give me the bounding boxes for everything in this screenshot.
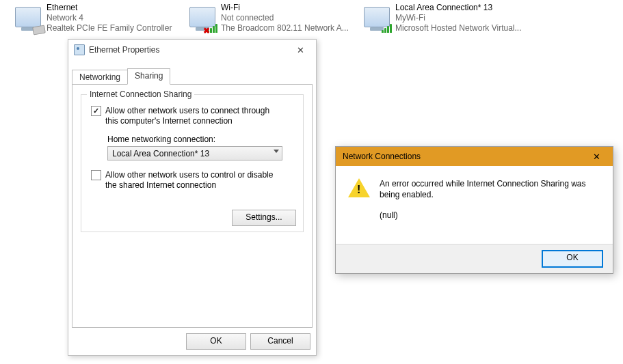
net-device: The Broadcom 802.11 Network A... [221,23,349,33]
close-icon[interactable]: ✕ [583,150,610,163]
net-status: Network 4 [47,13,172,23]
dialog-titlebar[interactable]: Ethernet Properties ✕ [68,40,316,60]
network-item-local-area[interactable]: Local Area Connection* 13 MyWi-Fi Micros… [362,3,522,33]
dialog-footer: OK Cancel [68,328,316,355]
net-status: Not connected [221,13,349,23]
chevron-down-icon [274,150,279,153]
home-network-label: Home networking connection: [107,135,215,144]
error-body: An error occurred while Internet Connect… [336,166,613,244]
ethernet-icon [14,3,42,31]
net-name: Ethernet [47,3,172,13]
group-title: Internet Connection Sharing [87,89,194,99]
error-message: An error occurred while Internet Connect… [380,179,586,199]
home-network-combo[interactable]: Local Area Connection* 13 [107,146,282,160]
net-name: Local Area Connection* 13 [395,3,522,13]
combo-value: Local Area Connection* 13 [112,149,209,158]
network-item-wifi[interactable]: Wi-Fi Not connected The Broadcom 802.11 … [188,3,349,33]
allow-control-checkbox[interactable]: Allow other network users to control or … [91,170,283,191]
checkbox-icon [91,170,101,180]
error-titlebar[interactable]: Network Connections ✕ [336,147,613,167]
allow-connect-checkbox[interactable]: Allow other network users to connect thr… [91,106,283,126]
checkbox-label: Allow other network users to connect thr… [105,106,283,126]
sharing-group: Internet Connection Sharing Allow other … [81,94,304,232]
tab-networking[interactable]: Networking [72,70,128,85]
error-footer: OK [336,244,613,273]
net-device: Realtek PCIe FE Family Controller [47,23,172,33]
error-detail: (null) [380,210,600,221]
ok-button[interactable]: OK [186,333,246,350]
ok-button[interactable]: OK [542,250,603,268]
adapter-icon [74,44,85,55]
net-device: Microsoft Hosted Network Virtual... [395,23,522,33]
ethernet-properties-dialog: Ethernet Properties ✕ Networking Sharing… [68,39,317,356]
wifi-icon [188,3,217,31]
error-title: Network Connections [343,152,583,161]
cancel-button[interactable]: Cancel [250,333,310,350]
tabs: Networking Sharing [72,70,170,85]
dialog-title: Ethernet Properties [89,45,289,55]
tab-body: Internet Connection Sharing Allow other … [72,84,313,328]
checkbox-label: Allow other network users to control or … [105,170,283,191]
network-item-ethernet[interactable]: Ethernet Network 4 Realtek PCIe FE Famil… [14,3,172,33]
tab-sharing[interactable]: Sharing [127,68,170,85]
settings-button[interactable]: Settings... [232,210,296,226]
net-status: MyWi-Fi [395,13,522,23]
checkbox-icon [91,106,101,116]
network-connections-list: Ethernet Network 4 Realtek PCIe FE Famil… [0,0,623,40]
net-name: Wi-Fi [221,3,349,13]
virtual-wifi-icon [362,3,391,31]
close-icon[interactable]: ✕ [289,42,312,57]
error-dialog: Network Connections ✕ An error occurred … [335,146,613,274]
warning-icon [348,178,370,200]
